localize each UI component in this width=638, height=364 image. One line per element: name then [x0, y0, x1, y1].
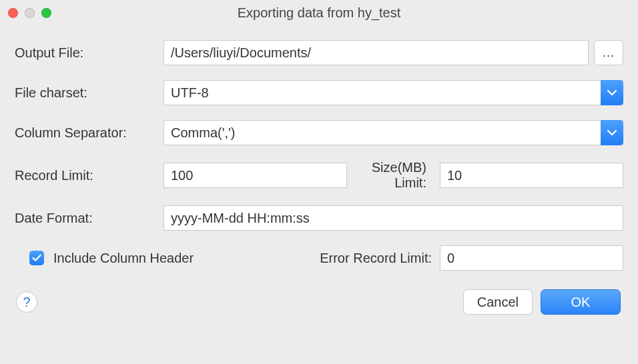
date-format-label: Date Format: [15, 211, 158, 226]
dialog-footer: ? Cancel OK [15, 289, 623, 319]
output-file-input[interactable] [164, 40, 589, 65]
record-limit-input[interactable] [164, 163, 347, 188]
column-separator-row: Column Separator: Comma(',') [15, 120, 623, 145]
export-dialog: Exporting data from hy_test Output File:… [0, 0, 638, 364]
file-charset-select[interactable]: UTF-8 [164, 80, 623, 105]
chevron-down-icon [601, 120, 623, 145]
browse-button[interactable]: ... [594, 40, 623, 65]
size-limit-label: Size(MB) Limit: [352, 160, 434, 191]
minimize-window-button [25, 8, 35, 18]
cancel-button[interactable]: Cancel [463, 289, 533, 315]
output-file-label: Output File: [15, 45, 158, 61]
include-header-checkbox[interactable] [29, 251, 44, 265]
output-file-row: Output File: ... [15, 40, 623, 65]
window-title: Exporting data from hy_test [238, 5, 401, 21]
date-format-row: Date Format: [15, 205, 623, 231]
file-charset-value: UTF-8 [164, 80, 623, 105]
file-charset-row: File charset: UTF-8 [15, 80, 623, 105]
help-button[interactable]: ? [16, 291, 37, 313]
maximize-window-button[interactable] [41, 8, 51, 18]
column-separator-label: Column Separator: [15, 125, 158, 141]
include-header-label: Include Column Header [53, 251, 194, 266]
header-error-row: Include Column Header Error Record Limit… [15, 245, 623, 271]
close-window-button[interactable] [8, 8, 18, 18]
form-content: Output File: ... File charset: UTF-8 Col… [0, 25, 638, 325]
window-controls [8, 8, 51, 18]
ok-button[interactable]: OK [541, 289, 621, 315]
record-limit-label: Record Limit: [15, 168, 158, 183]
size-limit-input[interactable] [440, 163, 623, 188]
limits-row: Record Limit: Size(MB) Limit: [15, 160, 623, 191]
titlebar: Exporting data from hy_test [0, 0, 638, 25]
error-record-limit-input[interactable] [440, 245, 623, 271]
column-separator-value: Comma(',') [164, 120, 623, 145]
file-charset-label: File charset: [15, 85, 158, 101]
error-record-limit-label: Error Record Limit: [320, 251, 432, 266]
chevron-down-icon [601, 80, 623, 105]
column-separator-select[interactable]: Comma(',') [164, 120, 623, 145]
date-format-input[interactable] [164, 205, 623, 231]
